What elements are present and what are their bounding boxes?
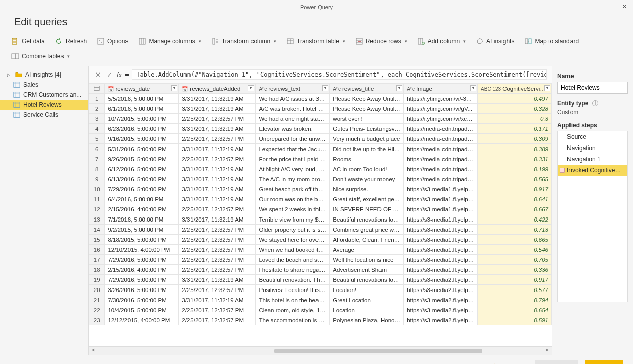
cell[interactable]: 3/26/2016, 5:00:00 PM	[105, 285, 179, 295]
cell[interactable]: 7/29/2016, 5:00:00 PM	[105, 255, 179, 265]
cell[interactable]: https://media-cdn.tripadvi...	[404, 124, 478, 134]
cell[interactable]: 3/31/2017, 11:32:19 AM	[179, 295, 256, 305]
cell[interactable]: For the price that I paid for...	[256, 154, 330, 164]
table-row[interactable]: 182/15/2016, 4:00:00 PM2/25/2017, 12:32:…	[89, 265, 552, 275]
transform-column-button[interactable]: Transform column▾	[208, 36, 279, 47]
cell[interactable]: Elevator was broken.	[256, 124, 330, 134]
cell[interactable]: 0.422	[478, 214, 552, 225]
row-number[interactable]: 19	[89, 275, 105, 285]
cell[interactable]: https://i.ytimg.com/vi/gV...	[404, 104, 478, 114]
cell[interactable]: 0.546	[478, 245, 552, 255]
table-row[interactable]: 122/15/2016, 4:00:00 PM2/25/2017, 12:32:…	[89, 204, 552, 214]
cell[interactable]: https://media-cdn.tripadvi...	[404, 174, 478, 184]
table-row[interactable]: 310/7/2015, 5:00:00 PM2/25/2017, 12:32:5…	[89, 114, 552, 124]
cell[interactable]: Great Location	[330, 295, 404, 305]
cell[interactable]: Average	[330, 245, 404, 255]
ai-insights-button[interactable]: AI insights	[473, 36, 517, 47]
cell[interactable]: 2/25/2017, 12:32:57 PM	[179, 235, 256, 245]
cell[interactable]: 0.641	[478, 194, 552, 204]
cell[interactable]: Nice surprise.	[330, 184, 404, 194]
table-row[interactable]: 2210/4/2015, 5:00:00 PM2/25/2017, 12:32:…	[89, 305, 552, 315]
cell[interactable]: We spent 2 weeks in this h...	[256, 204, 330, 214]
cell[interactable]: Older property but it is su...	[256, 225, 330, 235]
cell[interactable]: 0.794	[478, 295, 552, 305]
cell[interactable]: Our room was on the bott...	[256, 194, 330, 204]
column-header[interactable]: Aᴮcreviews_title▾	[330, 84, 404, 94]
cell[interactable]: 0.705	[478, 255, 552, 265]
cell[interactable]: 0.654	[478, 305, 552, 315]
cell[interactable]: https://s3-media1.fl.yelpcd...	[404, 255, 478, 265]
column-header[interactable]: 📅reviews_date▾	[105, 84, 179, 94]
cell[interactable]: Great beach park off the la...	[256, 184, 330, 194]
cell[interactable]: 3/31/2017, 11:32:19 AM	[179, 104, 256, 114]
cell[interactable]: Well the location is nice	[330, 255, 404, 265]
cell[interactable]: 0.328	[478, 104, 552, 114]
cell[interactable]: Beautiful renovations locat...	[330, 214, 404, 225]
filter-icon[interactable]: ▾	[171, 85, 177, 91]
cell[interactable]: 10/7/2015, 5:00:00 PM	[105, 114, 179, 124]
row-number[interactable]: 21	[89, 295, 105, 305]
add-column-button[interactable]: Add column▾	[414, 36, 469, 47]
cell[interactable]: Don't waste your money	[330, 174, 404, 184]
row-number[interactable]: 10	[89, 184, 105, 194]
cell[interactable]: 9/2/2015, 5:00:00 PM	[105, 225, 179, 235]
column-header[interactable]: Aᴮcreviews_text▾	[256, 84, 330, 94]
table-row[interactable]: 203/26/2016, 5:00:00 PM2/25/2017, 12:32:…	[89, 285, 552, 295]
cell[interactable]: 2/25/2017, 12:32:57 PM	[179, 134, 256, 144]
cell[interactable]: 0.331	[478, 154, 552, 164]
table-row[interactable]: 1612/10/2015, 4:00:00 PM2/25/2017, 12:32…	[89, 245, 552, 255]
cell[interactable]: https://s3-media1.fl.yelpcd...	[404, 245, 478, 255]
row-number[interactable]: 9	[89, 174, 105, 184]
row-number[interactable]: 8	[89, 164, 105, 174]
row-number-header[interactable]	[89, 84, 105, 94]
cell[interactable]: 3/31/2017, 11:32:19 AM	[179, 94, 256, 104]
cell[interactable]: https://s3-media2.fl.yelpcd...	[404, 315, 478, 325]
cell[interactable]: 0.389	[478, 144, 552, 154]
row-number[interactable]: 4	[89, 124, 105, 134]
cell[interactable]: 2/25/2017, 12:32:57 PM	[179, 315, 256, 325]
cell[interactable]: Clean room, old style, 196...	[256, 305, 330, 315]
cell[interactable]: 12/10/2015, 4:00:00 PM	[105, 245, 179, 255]
cell[interactable]: At Night A/C very loud, als...	[256, 164, 330, 174]
cell[interactable]: IN SEVERE NEED OF UPDA...	[330, 204, 404, 214]
cell[interactable]: Gutes Preis- Leistungsverh...	[330, 124, 404, 134]
cell[interactable]: Location!	[330, 285, 404, 295]
filter-icon[interactable]: ▾	[470, 85, 476, 91]
cell[interactable]: https://media-cdn.tripadvi...	[404, 154, 478, 164]
cell[interactable]: 0.309	[478, 134, 552, 144]
row-number[interactable]: 20	[89, 285, 105, 295]
cell[interactable]: 0.171	[478, 124, 552, 134]
sidebar-item[interactable]: Sales	[0, 80, 88, 90]
formula-cancel-icon[interactable]: ✕	[94, 71, 102, 79]
cell[interactable]: 0.667	[478, 204, 552, 214]
table-row[interactable]: 177/29/2016, 5:00:00 PM2/25/2017, 12:32:…	[89, 255, 552, 265]
cell[interactable]: Beautiful renovation. The h...	[256, 275, 330, 285]
cell[interactable]: 3/31/2017, 11:32:19 AM	[179, 144, 256, 154]
cell[interactable]: Advertisement Sham	[330, 265, 404, 275]
table-row[interactable]: 107/29/2016, 5:00:00 PM3/31/2017, 11:32:…	[89, 184, 552, 194]
applied-step[interactable]: Source	[558, 131, 627, 142]
cell[interactable]: This hotel is on the beach ...	[256, 295, 330, 305]
cell[interactable]: Very much a budget place	[330, 134, 404, 144]
cell[interactable]: 2/25/2017, 12:32:57 PM	[179, 204, 256, 214]
row-number[interactable]: 11	[89, 194, 105, 204]
close-icon[interactable]: ×	[622, 2, 627, 11]
options-button[interactable]: Options	[94, 36, 131, 47]
cell[interactable]: 5/31/2016, 5:00:00 PM	[105, 144, 179, 154]
table-row[interactable]: 149/2/2015, 5:00:00 PM2/25/2017, 12:32:5…	[89, 225, 552, 235]
reduce-rows-button[interactable]: Reduce rows▾	[352, 36, 410, 47]
cell[interactable]: https://s3-media1.fl.yelpcd...	[404, 214, 478, 225]
row-number[interactable]: 14	[89, 225, 105, 235]
table-row[interactable]: 158/18/2015, 5:00:00 PM2/25/2017, 12:32:…	[89, 235, 552, 245]
formula-input[interactable]: Table.AddColumn(#"Navigation 1", "Cognit…	[132, 69, 547, 80]
cell[interactable]: https://i.ytimg.com/vi/-3sD...	[404, 94, 478, 104]
cell[interactable]: 6/12/2016, 5:00:00 PM	[105, 164, 179, 174]
sidebar-item[interactable]: Hotel Reviews	[0, 100, 88, 110]
transform-table-button[interactable]: Transform table▾	[283, 36, 348, 47]
query-name-input[interactable]	[557, 82, 628, 94]
cell[interactable]: 3/31/2017, 11:32:19 AM	[179, 214, 256, 225]
cell[interactable]: 6/1/2016, 5:00:00 PM	[105, 104, 179, 114]
cell[interactable]: Please Keep Away Until Co...	[330, 94, 404, 104]
cell[interactable]: https://s3-media1.fl.yelpcd...	[404, 265, 478, 275]
cell[interactable]: Unprepared for the unwelc...	[256, 134, 330, 144]
